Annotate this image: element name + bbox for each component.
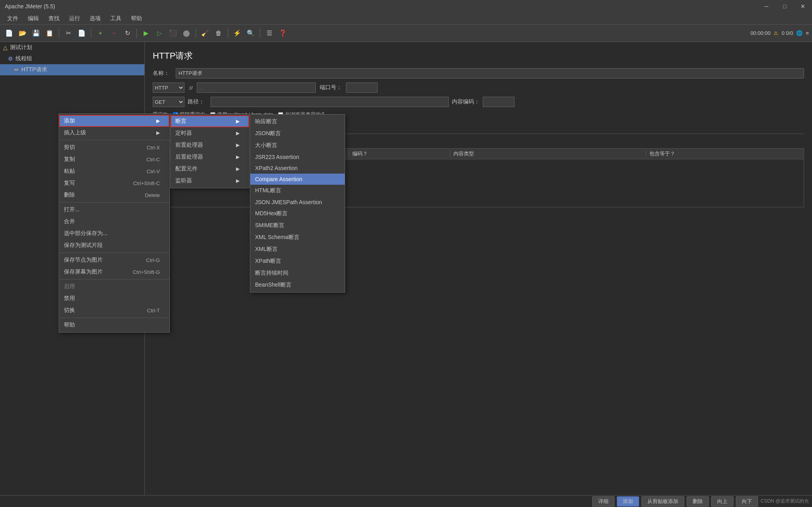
ctx-listener-label: 监听器 — [175, 177, 192, 184]
tree-item-test-plan[interactable]: △ 测试计划 — [0, 42, 144, 53]
start-button[interactable]: ▶ — [140, 27, 152, 39]
tree-item-thread-group[interactable]: ⚙ 线程组 — [0, 53, 144, 64]
menu-help[interactable]: 帮助 — [127, 13, 146, 24]
remove-button[interactable]: − — [108, 27, 120, 39]
ctx-listener[interactable]: 监听器 ▶ — [171, 175, 249, 187]
name-input[interactable] — [176, 68, 804, 78]
search-button[interactable]: 🔍 — [245, 27, 257, 39]
ctx-json-jmespath-assertion[interactable]: JSON JMESPath Assertion — [250, 197, 345, 208]
ctx-assertion[interactable]: 断言 ▶ — [171, 115, 249, 127]
down-button[interactable]: 向下 — [736, 496, 758, 507]
ctx-timer[interactable]: 定时器 ▶ — [171, 127, 249, 139]
delete-bottom-button[interactable]: 删除 — [687, 496, 709, 507]
help-toolbar-button[interactable]: ❓ — [277, 27, 289, 39]
minimize-button[interactable]: ─ — [757, 0, 776, 13]
ctx-xpath2-assertion[interactable]: XPath2 Assertion — [250, 163, 345, 174]
http-request-icon: ✏ — [14, 67, 19, 73]
ctx-insert-parent[interactable]: 插入上级 ▶ — [59, 127, 169, 139]
menu-options[interactable]: 选项 — [86, 13, 105, 24]
thread-group-label: 线程组 — [15, 55, 32, 62]
right-panel: HTTP请求 名称： HTTP HTTPS :// 端口号： GET POST … — [145, 42, 812, 495]
maximize-button[interactable]: □ — [776, 0, 794, 13]
ctx-duplicate[interactable]: 复写 Ctrl+Shift-C — [59, 177, 169, 189]
ctx-open[interactable]: 打开... — [59, 204, 169, 216]
add-button[interactable]: + — [94, 27, 106, 39]
start-no-pause-button[interactable]: ▷ — [154, 27, 165, 39]
ctx-save-selected[interactable]: 选中部分保存为... — [59, 228, 169, 239]
ctx-cut[interactable]: 剪切 Ctrl-X — [59, 142, 169, 153]
menu-tools[interactable]: 工具 — [106, 13, 125, 24]
ctx-save-fragment[interactable]: 保存为测试片段 — [59, 239, 169, 251]
ctx-json-assertion[interactable]: JSON断言 — [250, 128, 345, 140]
ctx-md5hex-assertion[interactable]: MD5Hex断言 — [250, 208, 345, 220]
detail-button[interactable]: 详细 — [592, 496, 614, 507]
separator-4 — [196, 29, 196, 38]
ctx-response-assertion[interactable]: 响应断言 — [250, 116, 345, 128]
stop-now-button[interactable]: ⬤ — [180, 27, 192, 39]
add-bottom-button[interactable]: 添加 — [617, 496, 639, 507]
ctx-add-label: 添加 — [64, 117, 75, 124]
ctx-jsr223-assertion[interactable]: JSR223 Assertion — [250, 151, 345, 163]
up-button[interactable]: 向上 — [711, 496, 733, 507]
ctx-post-processor[interactable]: 后置处理器 ▶ — [171, 151, 249, 163]
ctx-copy[interactable]: 复制 Ctrl-C — [59, 153, 169, 165]
save-button[interactable]: 💾 — [30, 27, 42, 39]
new-button[interactable]: 📄 — [3, 27, 15, 39]
ctx-save-node-img[interactable]: 保存节点为图片 Ctrl-G — [59, 254, 169, 266]
ctx-help[interactable]: 帮助 — [59, 319, 169, 331]
ctx-size-assertion[interactable]: 大小断言 — [250, 140, 345, 151]
menu-edit[interactable]: 编辑 — [24, 13, 43, 24]
settings-icon: ≡ — [806, 30, 809, 36]
ctx-xpath2-assertion-label: XPath2 Assertion — [255, 165, 298, 171]
tree-item-http-request[interactable]: ✏ HTTP请求 — [0, 64, 144, 75]
ctx-pre-processor[interactable]: 前置处理器 ▶ — [171, 139, 249, 151]
ctx-config-element[interactable]: 配置元件 ▶ — [171, 163, 249, 175]
ctx-xml-schema-assertion[interactable]: XML Schema断言 — [250, 231, 345, 243]
list-button[interactable]: ☰ — [263, 27, 275, 39]
add-from-clipboard-button[interactable]: 从剪贴板添加 — [641, 496, 684, 507]
separator-ctx-2 — [59, 202, 169, 203]
clear-button[interactable]: 🧹 — [199, 27, 211, 39]
open-button[interactable]: 📂 — [17, 27, 29, 39]
ctx-save-screen-img[interactable]: 保存屏幕为图片 Ctrl+Shift-G — [59, 266, 169, 278]
stop-button[interactable]: ⬛ — [167, 27, 179, 39]
ctx-duration-assertion[interactable]: 断言持续时间 — [250, 267, 345, 279]
ctx-beanshell-assertion[interactable]: BeanShell断言 — [250, 279, 345, 291]
ctx-jsr223-assertion-label: JSR223 Assertion — [255, 154, 299, 160]
path-input[interactable] — [211, 97, 449, 107]
content-encoding-input[interactable] — [483, 97, 514, 107]
protocol-select[interactable]: HTTP HTTPS — [153, 82, 184, 93]
ctx-config-element-arrow: ▶ — [236, 166, 240, 172]
server-input[interactable] — [197, 82, 316, 93]
ctx-merge[interactable]: 合并 — [59, 216, 169, 228]
main-layout: △ 测试计划 ⚙ 线程组 ✏ HTTP请求 HTTP请求 名称： HTTP HT… — [0, 42, 812, 495]
ctx-paste[interactable]: 粘贴 Ctrl-V — [59, 165, 169, 177]
ctx-save-node-img-label: 保存节点为图片 — [64, 256, 103, 264]
ctx-xml-assertion[interactable]: XML断言 — [250, 243, 345, 255]
function-button[interactable]: ⚡ — [231, 27, 243, 39]
level3-container: 响应断言 JSON断言 大小断言 JSR223 Assertion — [250, 114, 345, 293]
ctx-delete[interactable]: 删除 Delete — [59, 189, 169, 201]
http-request-label: HTTP请求 — [21, 66, 47, 73]
menu-run[interactable]: 运行 — [65, 13, 84, 24]
method-select[interactable]: GET POST PUT DELETE — [153, 97, 184, 107]
online-icon: 🌐 — [796, 30, 802, 36]
close-button[interactable]: ✕ — [794, 0, 812, 13]
menu-find[interactable]: 查找 — [44, 13, 63, 24]
menu-file[interactable]: 文件 — [3, 13, 22, 24]
ctx-smime-assertion[interactable]: SMIME断言 — [250, 220, 345, 231]
copy-button[interactable]: 📄 — [76, 27, 88, 39]
warning-icon: ⚠ — [774, 30, 778, 36]
clear-all-button[interactable]: 🗑 — [213, 27, 225, 39]
ctx-cut-label: 剪切 — [64, 144, 75, 151]
ctx-toggle[interactable]: 切换 Ctrl-T — [59, 304, 169, 316]
port-input[interactable] — [346, 82, 378, 93]
ctx-disable[interactable]: 禁用 — [59, 293, 169, 304]
refresh-button[interactable]: ↻ — [121, 27, 133, 39]
cut-button[interactable]: ✂ — [62, 27, 74, 39]
ctx-compare-assertion[interactable]: Compare Assertion — [250, 174, 345, 185]
ctx-add[interactable]: 添加 ▶ — [59, 115, 169, 127]
save-as-button[interactable]: 📋 — [44, 27, 56, 39]
ctx-html-assertion[interactable]: HTML断言 — [250, 185, 345, 197]
ctx-xpath-assertion[interactable]: XPath断言 — [250, 255, 345, 267]
